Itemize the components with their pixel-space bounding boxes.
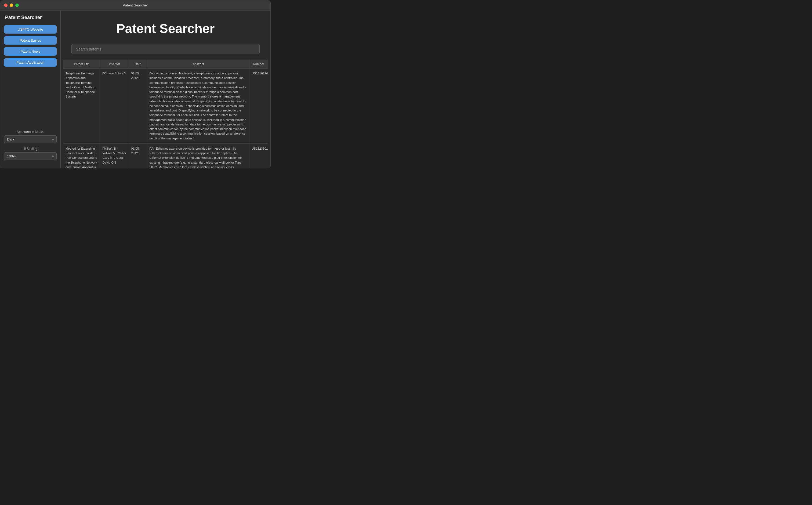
table-row: Method for Extending Ethernet over Twist… [63,143,268,168]
sidebar-title: Patent Searcher [4,15,57,20]
table-body: Telephone Exchange Apparatus and Telepho… [63,68,268,168]
title-bar: Patent Searcher [0,0,270,10]
minimize-button[interactable] [10,3,13,7]
col-header-date: Date [129,60,147,68]
appearance-mode-label: Appearance Mode: [4,130,57,134]
cell-abstract-0: ['According to one embodiment, a telepho… [147,68,249,144]
col-header-title: Patent Title [63,60,100,68]
main-content: Patent Searcher Patent Titl [61,10,270,168]
search-input[interactable] [71,44,260,54]
table-header-row: Patent Title Inventor Date Abstract Numb… [63,60,268,68]
cell-inventor-0: ['Kimura Shingo'] [100,68,129,144]
cell-abstract-1: ["An Ethernet extension device is provid… [147,143,249,168]
patent-application-button[interactable]: Patent Application [4,58,57,66]
maximize-button[interactable] [15,3,19,7]
col-header-number: Number [249,60,268,68]
window-title: Patent Searcher [123,3,148,7]
results-table-container[interactable]: Patent Title Inventor Date Abstract Numb… [63,60,268,168]
close-button[interactable] [4,3,8,7]
ui-scaling-label: UI Scaling: [4,147,57,151]
scaling-dropdown[interactable]: 100% 125% 150% [4,152,57,160]
table-row: Telephone Exchange Apparatus and Telepho… [63,68,268,144]
sidebar: Patent Searcher USPTO Website Patent Bas… [0,10,61,168]
cell-title-0: Telephone Exchange Apparatus and Telepho… [63,68,100,144]
uspto-website-button[interactable]: USPTO Website [4,25,57,34]
results-table: Patent Title Inventor Date Abstract Numb… [63,60,268,168]
app-body: Patent Searcher USPTO Website Patent Bas… [0,10,270,168]
appearance-dropdown[interactable]: Dark Light [4,135,57,143]
col-header-inventor: Inventor [100,60,129,68]
scaling-dropdown-wrap: 100% 125% 150% ▼ [4,152,57,160]
cell-date-0: 01-05-2012 [129,68,147,144]
cell-date-1: 01-05-2012 [129,143,147,168]
cell-inventor-1: ['Miller', 'Ill William V.', 'Miller Gar… [100,143,129,168]
sidebar-bottom: Appearance Mode: Dark Light ▼ UI Scaling… [4,126,57,164]
cell-title-1: Method for Extending Ethernet over Twist… [63,143,100,168]
appearance-dropdown-wrap: Dark Light ▼ [4,135,57,143]
patent-basics-button[interactable]: Patent Basics [4,36,57,45]
search-area [61,41,270,60]
app-window: Patent Searcher Patent Searcher USPTO We… [0,0,270,168]
cell-number-1: US13235014 [249,143,268,168]
patent-news-button[interactable]: Patent News [4,47,57,55]
cell-number-0: US13162247 [249,68,268,144]
col-header-abstract: Abstract [147,60,249,68]
main-header: Patent Searcher [61,10,270,41]
page-title: Patent Searcher [66,21,265,36]
traffic-lights [4,3,19,7]
